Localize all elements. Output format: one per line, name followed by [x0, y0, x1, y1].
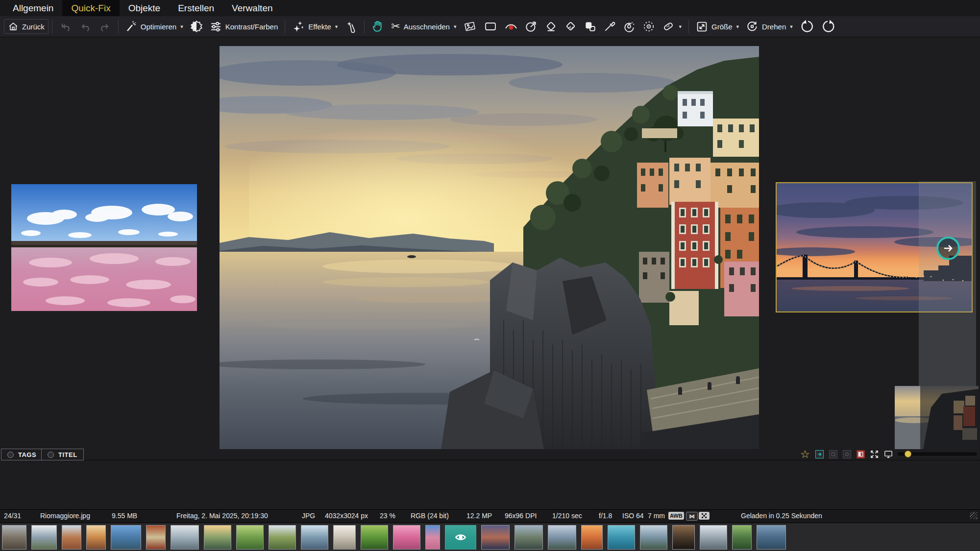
undo-icon [79, 21, 92, 32]
optimize-button[interactable]: Optimieren ▾ [122, 19, 187, 34]
separator [285, 20, 285, 33]
status-focal: 7 mm [648, 512, 665, 520]
healing-button[interactable]: ▾ [659, 19, 685, 34]
filmstrip-thumbnail[interactable] [393, 525, 420, 550]
rotate-button[interactable]: Drehen ▾ [742, 19, 796, 34]
retouch-dial-icon [623, 20, 636, 33]
clone-button[interactable] [580, 19, 600, 34]
previous-image-preview[interactable] [11, 184, 197, 311]
status-iso: ISO 64 [622, 512, 644, 520]
filmstrip-thumbnail[interactable] [640, 525, 667, 550]
separator [52, 20, 52, 33]
eyedropper-icon [603, 20, 616, 33]
auto-advance-icon[interactable] [815, 450, 824, 458]
filmstrip-thumbnail[interactable] [361, 525, 388, 550]
rotate-ccw-button[interactable] [796, 18, 818, 35]
navigator-thumbnail[interactable] [895, 386, 979, 449]
view-controls: ☆ [800, 449, 977, 459]
hand-tool-button[interactable] [368, 19, 388, 34]
filmstrip-thumbnail[interactable] [31, 525, 57, 550]
tab-verwalten[interactable]: Verwalten [223, 0, 281, 16]
status-zoom: 23 % [380, 512, 395, 520]
status-index: 24/31 [4, 512, 21, 520]
rotate-cw-button[interactable] [818, 18, 839, 35]
resize-icon [696, 21, 708, 33]
contrast-colors-button[interactable]: Kontrast/Farben [206, 19, 282, 34]
tab-allgemein[interactable]: Allgemein [4, 0, 62, 16]
size-button[interactable]: Größe ▾ [692, 19, 742, 34]
filmstrip-thumbnail[interactable] [146, 525, 166, 550]
tab-erstellen[interactable]: Erstellen [169, 0, 223, 16]
pen-button[interactable] [600, 19, 619, 34]
crop-label: Ausschneiden [404, 23, 450, 31]
filmstrip-thumbnail[interactable] [672, 525, 695, 550]
chevron-down-icon: ▾ [736, 24, 739, 30]
titel-label: TITEL [58, 451, 77, 458]
filmstrip-thumbnail[interactable] [333, 525, 356, 550]
filmstrip-thumbnail[interactable] [86, 525, 106, 550]
filmstrip-thumbnail[interactable] [732, 525, 752, 550]
straighten-button[interactable] [460, 19, 480, 34]
tab-objekte[interactable]: Objekte [120, 0, 169, 16]
crop-button[interactable]: ✂ Ausschneiden ▾ [388, 20, 460, 33]
filmstrip-thumbnail[interactable] [236, 525, 264, 550]
filmstrip-thumbnail[interactable] [2, 525, 26, 550]
effect-brush-button[interactable] [341, 19, 361, 34]
fill-button[interactable] [561, 19, 580, 34]
back-button[interactable]: Zurück [4, 19, 49, 34]
chevron-down-icon: ▾ [454, 24, 457, 30]
undo-all-button[interactable] [56, 19, 75, 34]
filmstrip-thumbnail[interactable] [62, 525, 81, 550]
fullscreen-icon[interactable] [870, 450, 879, 458]
separator [364, 20, 365, 33]
effects-button[interactable]: Effekte ▾ [289, 19, 341, 34]
scissors-icon: ✂ [391, 22, 400, 31]
filmstrip-thumbnail[interactable] [425, 525, 440, 550]
status-filesize: 9.55 MB [112, 512, 137, 520]
resize-grip[interactable] [970, 512, 978, 519]
separator [118, 20, 119, 33]
option-icon-disabled[interactable] [829, 450, 837, 458]
filmstrip-thumbnail[interactable] [581, 525, 603, 550]
undo-button[interactable] [75, 19, 95, 34]
monitor-icon[interactable] [884, 450, 893, 458]
red-eye-icon [504, 20, 518, 33]
filmstrip-thumbnail[interactable] [204, 525, 231, 550]
tab-tags[interactable]: TAGS [1, 449, 43, 460]
focus-button[interactable] [639, 19, 659, 34]
main-photo[interactable] [220, 46, 759, 449]
auto-contrast-button[interactable] [187, 19, 206, 34]
riomaggiore-photo [220, 46, 759, 449]
filmstrip-thumbnail[interactable] [171, 525, 199, 550]
filmstrip-thumbnail[interactable] [608, 525, 635, 550]
compare-icon[interactable] [857, 450, 865, 458]
tab-quick-fix[interactable]: Quick-Fix [62, 0, 119, 16]
filmstrip-thumbnail[interactable] [269, 525, 296, 550]
filmstrip-thumbnail[interactable] [514, 525, 543, 550]
filmstrip-thumbnail[interactable] [700, 525, 727, 550]
healing-patch-icon [662, 20, 675, 33]
zoom-slider[interactable] [898, 453, 977, 455]
filmstrip-thumbnail[interactable] [757, 525, 786, 550]
selection-button[interactable] [521, 19, 541, 34]
flash-off-icon: ⋈ [686, 512, 698, 521]
filmstrip-thumbnail[interactable] [548, 525, 576, 550]
filmstrip-thumbnail[interactable] [301, 525, 328, 550]
redo-button[interactable] [95, 19, 115, 34]
option-icon-disabled[interactable] [843, 450, 851, 458]
eraser-button[interactable] [541, 19, 561, 34]
filmstrip-thumbnail[interactable] [481, 525, 510, 550]
zoom-slider-knob[interactable] [905, 451, 911, 457]
rating-star-icon[interactable]: ☆ [800, 450, 810, 458]
tab-titel[interactable]: TITEL [41, 449, 84, 460]
status-colorspace: RGB (24 bit) [411, 512, 449, 520]
rotate-icon [746, 20, 759, 33]
retouch-button[interactable] [619, 19, 639, 34]
filmstrip-thumbnail[interactable] [111, 525, 141, 550]
filmstrip-thumbnail-current[interactable] [445, 525, 476, 550]
shape-button[interactable] [480, 19, 501, 34]
undo-all-icon [59, 21, 72, 32]
contrast-colors-label: Kontrast/Farben [225, 23, 278, 31]
next-image-button[interactable] [936, 237, 960, 260]
redeye-button[interactable] [501, 19, 521, 34]
